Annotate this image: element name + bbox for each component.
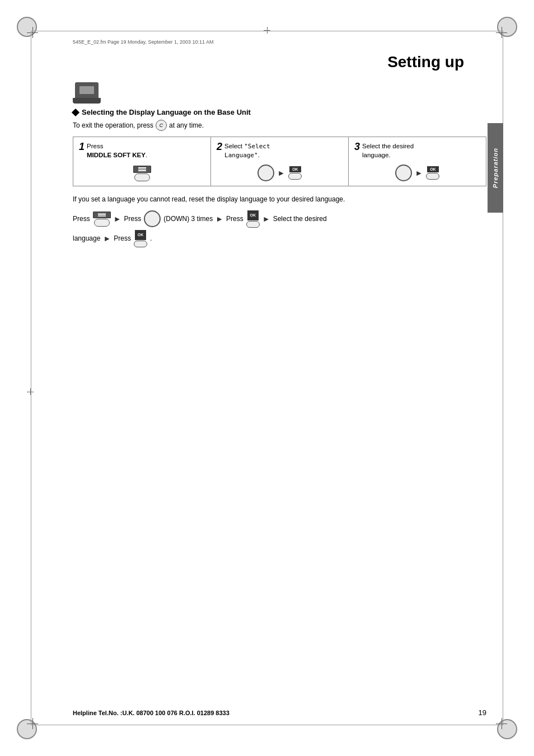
sequence-line-2: language ► Press OK . bbox=[73, 230, 486, 247]
step-3-visual: ► OK bbox=[354, 165, 480, 181]
exit-suffix: at any time. bbox=[169, 121, 204, 129]
menu-button-drawing bbox=[133, 166, 151, 181]
phone-drawing bbox=[73, 82, 101, 104]
step-3-number: 3 bbox=[354, 142, 360, 152]
seq-press-1: Press bbox=[73, 212, 90, 226]
menu-lines bbox=[133, 166, 151, 173]
seq-ok-oval-1 bbox=[246, 221, 260, 228]
page-number: 19 bbox=[479, 708, 486, 717]
step-1-visual bbox=[79, 166, 205, 181]
seq-press-2: Press bbox=[124, 212, 142, 226]
crosshair-br bbox=[496, 718, 507, 729]
section-heading-text: Selecting the Display Language on the Ba… bbox=[82, 108, 251, 116]
seq-menu-btn bbox=[93, 212, 111, 227]
seq-arrow-4: ► bbox=[103, 231, 111, 246]
tick-left bbox=[27, 388, 34, 395]
seq-menu-lines bbox=[93, 212, 111, 219]
seq-ok-oval-2 bbox=[134, 241, 147, 247]
sidebar-preparation: Preparation bbox=[488, 123, 503, 213]
step-3-text: Select the desiredlanguage. bbox=[362, 143, 414, 158]
seq-down-text: (DOWN) 3 times bbox=[163, 212, 213, 226]
ok-label-3: OK bbox=[427, 166, 439, 172]
seq-language-text: language bbox=[73, 232, 100, 245]
steps-box: 1 Press MIDDLE SOFT KEY. 2 bbox=[73, 137, 486, 186]
phone-screen bbox=[79, 86, 94, 94]
arrow-2: ► bbox=[278, 168, 285, 177]
seq-period: . bbox=[150, 232, 152, 245]
exit-prefix: To exit the operation, press bbox=[73, 121, 153, 129]
phone-base bbox=[73, 98, 101, 104]
step-3-header: 3 Select the desiredlanguage. bbox=[354, 142, 480, 159]
step-1-text: Press MIDDLE SOFT KEY. bbox=[87, 143, 147, 158]
soft-key-oval bbox=[134, 173, 150, 181]
phone-top bbox=[75, 82, 99, 98]
phone-icon-container bbox=[73, 82, 486, 104]
seq-press-3: Press bbox=[226, 212, 243, 226]
footer: Helpline Tel.No. :U.K. 08700 100 076 R.O… bbox=[73, 708, 486, 717]
crosshair-tr bbox=[496, 27, 507, 38]
crosshair-tl bbox=[27, 27, 38, 38]
ok-button-3: OK bbox=[426, 166, 439, 180]
file-info: 545E_E_02.fm Page 19 Monday, September 1… bbox=[73, 39, 214, 45]
tick-top bbox=[264, 27, 270, 34]
seq-ok-btn-2: OK bbox=[134, 230, 147, 247]
exit-instruction: To exit the operation, press C at any ti… bbox=[73, 120, 486, 131]
seq-press-4: Press bbox=[114, 232, 131, 245]
seq-ok-label-2: OK bbox=[135, 230, 147, 240]
step-1-number: 1 bbox=[79, 142, 85, 152]
info-paragraph: If you set a language you cannot read, r… bbox=[73, 194, 486, 205]
step-2: 2 Select "SelectLanguage". ► OK bbox=[211, 137, 349, 186]
helpline-text: Helpline Tel.No. :U.K. 08700 100 076 R.O… bbox=[73, 710, 229, 716]
diamond-bullet bbox=[72, 108, 79, 116]
c-button: C bbox=[156, 120, 167, 131]
step-2-visual: ► OK bbox=[217, 165, 343, 181]
step-2-header: 2 Select "SelectLanguage". bbox=[217, 142, 343, 160]
seq-ok-label-1: OK bbox=[247, 210, 259, 220]
crosshair-bl bbox=[27, 718, 38, 729]
seq-arrow-3: ► bbox=[263, 211, 270, 227]
ok-button-2: OK bbox=[288, 166, 302, 180]
sidebar-label: Preparation bbox=[492, 148, 499, 188]
seq-arrow-2: ► bbox=[216, 211, 223, 227]
seq-ok-btn-1: OK bbox=[246, 210, 260, 228]
seq-select-text: Select the desired bbox=[273, 212, 327, 226]
ok-label-2: OK bbox=[289, 166, 301, 172]
ok-oval-2 bbox=[288, 173, 302, 180]
phone-icon bbox=[73, 82, 486, 104]
step-2-text: Select "SelectLanguage". bbox=[224, 143, 270, 158]
step-2-number: 2 bbox=[217, 142, 222, 152]
step-3: 3 Select the desiredlanguage. ► OK bbox=[349, 137, 486, 186]
section-heading: Selecting the Display Language on the Ba… bbox=[73, 108, 486, 116]
ok-oval-3 bbox=[426, 173, 439, 180]
step-1: 1 Press MIDDLE SOFT KEY. bbox=[73, 137, 211, 186]
arrow-3: ► bbox=[415, 168, 423, 177]
seq-nav-circle bbox=[144, 210, 161, 227]
nav-circle-3 bbox=[395, 165, 412, 181]
step-1-header: 1 Press MIDDLE SOFT KEY. bbox=[79, 142, 205, 159]
main-content: Setting up Selecting the Display Languag… bbox=[73, 53, 486, 247]
sequence-line-1: Press ► Press (DOWN) 3 times ► Press OK … bbox=[73, 210, 486, 228]
seq-arrow-1: ► bbox=[114, 211, 121, 227]
nav-circle-2 bbox=[257, 165, 274, 181]
seq-soft-oval bbox=[94, 219, 110, 227]
page-title: Setting up bbox=[73, 53, 486, 71]
